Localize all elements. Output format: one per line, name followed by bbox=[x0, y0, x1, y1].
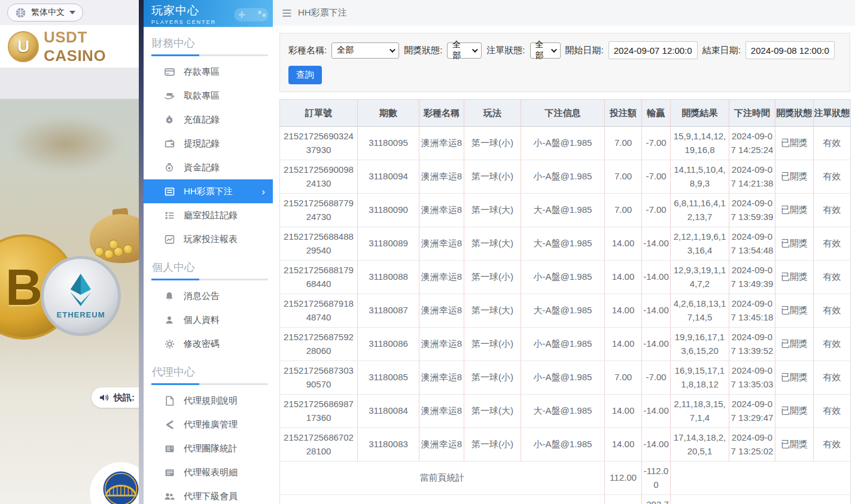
column-header: 開獎狀態 bbox=[775, 100, 814, 127]
content-area: 彩種名稱: 全部 開獎狀態: 全部 注單狀態: 全部 開始 bbox=[273, 26, 855, 504]
sidebar-header: 玩家中心 PLAYERS CENTER bbox=[144, 0, 273, 27]
cell-play: 第一球(小) bbox=[464, 127, 521, 160]
withdraw-hand-icon bbox=[164, 90, 175, 101]
cell-time: 2024-09-07 13:35:03 bbox=[729, 361, 775, 395]
cell-draw_status: 已開獎 bbox=[775, 194, 814, 227]
sidebar-item[interactable]: 代理報表明細 bbox=[144, 460, 273, 484]
cell-period: 31180085 bbox=[358, 361, 419, 395]
lottery-name-select[interactable]: 全部 bbox=[331, 42, 399, 59]
cell-result: 4,2,6,18,13,17,14,5 bbox=[671, 294, 729, 328]
cell-period: 31180094 bbox=[358, 160, 419, 194]
cell-time: 2024-09-07 13:49:39 bbox=[729, 261, 775, 294]
bitcoin-letter: B bbox=[5, 258, 42, 317]
table-row: 215217256900982413031180094澳洲幸运8第一球(小)小-… bbox=[280, 160, 851, 194]
cell-draw_status: 已開獎 bbox=[775, 361, 814, 395]
cell-amount: 7.00 bbox=[605, 361, 642, 395]
cell-play: 第一球(小) bbox=[464, 428, 521, 462]
cell-play: 第一球(大) bbox=[464, 395, 521, 428]
sidebar-item[interactable]: 存款專區 bbox=[144, 60, 273, 84]
cell-period: 31180095 bbox=[358, 127, 419, 160]
cell-order_status: 有效 bbox=[814, 227, 851, 261]
chevron-down-icon bbox=[390, 47, 395, 53]
cell-bet_info: 大-A盤@1.985 bbox=[521, 395, 605, 428]
page-title: HH彩票下注 bbox=[298, 7, 347, 19]
sidebar-item[interactable]: 個人資料 bbox=[144, 308, 273, 332]
sidebar-item[interactable]: 提現記錄 bbox=[144, 132, 273, 155]
sidebar-item[interactable]: 代理下級會員 bbox=[144, 484, 273, 504]
cell-order_status: 有效 bbox=[814, 395, 851, 428]
cell-result: 17,14,3,18,2,20,5,1 bbox=[671, 428, 729, 462]
funds-record-icon bbox=[164, 162, 175, 173]
summary-bet-amount: 301.00 bbox=[605, 495, 642, 504]
news-ticker: 快訊: bbox=[92, 387, 144, 408]
sidebar-item[interactable]: 代理規則說明 bbox=[144, 389, 273, 413]
cell-period: 31180090 bbox=[358, 194, 419, 227]
cell-period: 31180089 bbox=[358, 227, 419, 261]
cell-order: 2152172568698717360 bbox=[280, 395, 358, 428]
summary-winloss: -203.72 bbox=[642, 495, 671, 504]
table-row: 215217256881796844031180088澳洲幸运8第一球(小)小-… bbox=[280, 261, 851, 294]
cell-amount: 14.00 bbox=[605, 261, 642, 294]
sidebar-item[interactable]: 代理推廣管理 bbox=[144, 413, 273, 436]
sidebar-item[interactable]: 消息公告 bbox=[144, 284, 273, 308]
bell-icon bbox=[164, 291, 175, 301]
start-date-input[interactable] bbox=[608, 41, 698, 59]
gold-coin bbox=[123, 245, 133, 254]
chevron-down-icon bbox=[472, 47, 478, 53]
cell-lottery: 澳洲幸运8 bbox=[419, 261, 464, 294]
cell-order: 2152172568877924730 bbox=[280, 194, 358, 227]
table-row: 215217256903243793031180095澳洲幸运8第一球(小)小-… bbox=[280, 127, 851, 160]
cell-time: 2024-09-07 13:29:47 bbox=[729, 395, 775, 428]
report-detail-icon bbox=[164, 467, 175, 478]
sidebar-item[interactable]: 修改密碼 bbox=[144, 332, 273, 356]
cell-lottery: 澳洲幸运8 bbox=[419, 127, 464, 160]
cell-lottery: 澳洲幸运8 bbox=[419, 194, 464, 227]
sidebar-item[interactable]: 廳室投註記錄 bbox=[144, 203, 273, 227]
chevron-down-icon bbox=[550, 47, 556, 53]
cell-order: 2152172568817968440 bbox=[280, 261, 358, 294]
cell-winloss: -14.00 bbox=[642, 227, 671, 261]
speaker-icon bbox=[99, 393, 109, 402]
cell-winloss: -7.00 bbox=[642, 194, 671, 227]
cell-result: 16,9,15,17,11,8,18,12 bbox=[671, 361, 729, 395]
sidebar-item[interactable]: HH彩票下注› bbox=[144, 179, 273, 203]
hamburger-menu-icon[interactable] bbox=[282, 9, 292, 17]
team-stats-icon bbox=[164, 443, 175, 454]
cell-winloss: -14.00 bbox=[642, 261, 671, 294]
cell-period: 31180088 bbox=[358, 261, 419, 294]
section-divider bbox=[151, 383, 268, 385]
cell-draw_status: 已開獎 bbox=[775, 294, 814, 328]
query-button[interactable]: 查詢 bbox=[288, 66, 322, 84]
sidebar-item-label: 代理報表明細 bbox=[184, 467, 238, 478]
language-selector[interactable]: 繁体中文 bbox=[7, 4, 83, 22]
gavel-blur bbox=[9, 115, 123, 172]
cell-order: 2152172568670228100 bbox=[280, 428, 358, 462]
order-status-select[interactable]: 全部 bbox=[530, 42, 561, 59]
cell-bet_info: 小-A盤@1.985 bbox=[521, 361, 605, 395]
sidebar-item[interactable]: 資金記錄 bbox=[144, 155, 273, 179]
sidebar-item[interactable]: 取款專區 bbox=[144, 84, 273, 108]
sidebar-item[interactable]: 玩家投注報表 bbox=[144, 227, 273, 251]
sidebar-item-label: 代理下級會員 bbox=[184, 491, 238, 502]
cell-bet_info: 小-A盤@1.985 bbox=[521, 160, 605, 194]
cell-period: 31180086 bbox=[358, 328, 419, 361]
sidebar-item-label: 存款專區 bbox=[184, 66, 220, 78]
cell-order_status: 有效 bbox=[814, 261, 851, 294]
player-report-icon bbox=[164, 234, 175, 245]
draw-status-select[interactable]: 全部 bbox=[447, 42, 482, 59]
sidebar-item[interactable]: 充值記錄 bbox=[144, 108, 273, 132]
cell-period: 31180087 bbox=[358, 294, 419, 328]
table-header-row: 訂單號期數彩種名稱玩法下注信息投注額輸贏開獎結果下注時間開獎狀態注單狀態 bbox=[280, 100, 851, 127]
table-row: 215217256867022810031180083澳洲幸运8第一球(小)小-… bbox=[280, 428, 851, 462]
sidebar-item-label: 取款專區 bbox=[184, 90, 220, 102]
section-divider bbox=[151, 279, 268, 280]
sidebar-item[interactable]: 代理團隊統計 bbox=[144, 436, 273, 460]
cell-amount: 7.00 bbox=[605, 160, 642, 194]
cell-winloss: -7.00 bbox=[642, 160, 671, 194]
end-date-input[interactable] bbox=[746, 41, 835, 59]
cell-order: 2152172568791848740 bbox=[280, 294, 358, 328]
cell-draw_status: 已開獎 bbox=[775, 428, 814, 462]
cell-period: 31180083 bbox=[358, 428, 419, 462]
ethereum-diamond-icon bbox=[65, 273, 96, 307]
language-bar: 繁体中文 bbox=[0, 0, 144, 25]
